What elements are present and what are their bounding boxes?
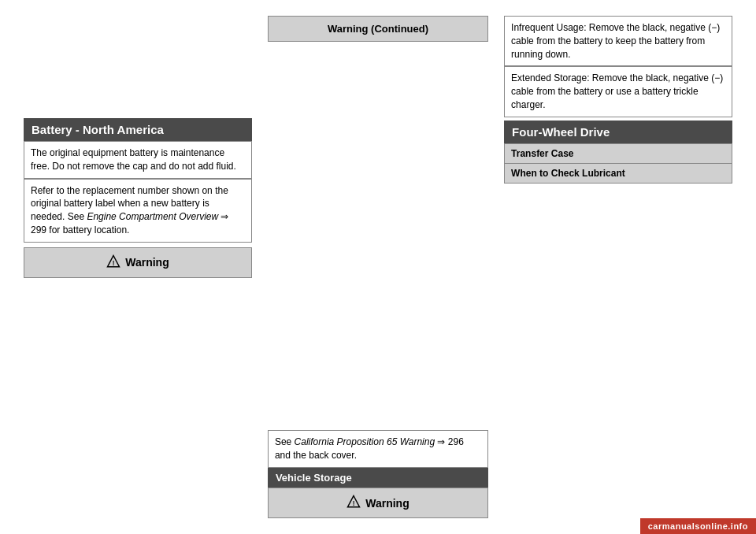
transfer-case-subheading: Transfer Case: [504, 143, 732, 164]
four-wheel-drive-heading: Four-Wheel Drive: [504, 121, 732, 143]
left-warning-label: Warning: [125, 256, 169, 269]
page-container: Battery - North America The original equ…: [0, 0, 756, 534]
warning-triangle-icon-left: !: [106, 254, 120, 271]
svg-text:!: !: [353, 500, 355, 507]
left-warning-box: ! Warning: [24, 247, 252, 278]
battery-info-text-1: The original equipment battery is mainte…: [31, 147, 236, 172]
svg-text:!: !: [113, 259, 115, 266]
extended-storage-text: Extended Storage: Remove the black, nega…: [511, 72, 723, 110]
battery-info-text-2: Refer to the replacement number shown on…: [31, 185, 228, 235]
right-column: Infrequent Usage: Remove the black, nega…: [496, 16, 732, 518]
when-to-check-subheading: When to Check Lubricant: [504, 164, 732, 184]
logo-bar: carmanualsonline.info: [640, 518, 756, 534]
warning-continued-label: Warning (Continued): [328, 23, 428, 35]
middle-warning-label: Warning: [365, 497, 409, 510]
warning-triangle-icon-middle: !: [346, 495, 361, 511]
middle-column: Warning (Continued) See California Propo…: [260, 16, 496, 518]
battery-north-america-heading: Battery - North America: [24, 118, 252, 141]
battery-info-box-2: Refer to the replacement number shown on…: [24, 179, 252, 243]
infrequent-usage-box: Infrequent Usage: Remove the black, nega…: [504, 16, 732, 66]
middle-spacer: [268, 45, 488, 430]
california-proposition-box: See California Proposition 65 Warning ⇒ …: [268, 430, 488, 468]
california-text: See California Proposition 65 Warning ⇒ …: [275, 436, 464, 461]
extended-storage-box: Extended Storage: Remove the black, nega…: [504, 66, 732, 117]
infrequent-usage-text: Infrequent Usage: Remove the black, nega…: [511, 22, 720, 60]
middle-warning-box: ! Warning: [268, 488, 488, 518]
vehicle-storage-heading: Vehicle Storage: [268, 468, 488, 488]
battery-info-box-1: The original equipment battery is mainte…: [24, 141, 252, 179]
content-area: Battery - North America The original equ…: [0, 0, 756, 534]
left-column: Battery - North America The original equ…: [24, 16, 260, 518]
warning-continued-box: Warning (Continued): [268, 16, 488, 42]
